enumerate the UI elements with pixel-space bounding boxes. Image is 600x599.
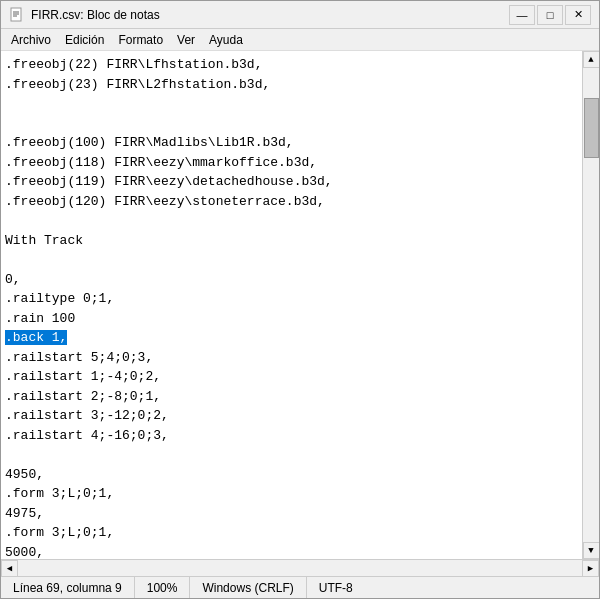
- editor-line: .form 3;L;0;1,: [5, 523, 578, 543]
- editor-line: .back 1,: [5, 328, 578, 348]
- cursor-position: Línea 69, columna 9: [1, 577, 135, 598]
- close-button[interactable]: ✕: [565, 5, 591, 25]
- editor-line: .railstart 2;-8;0;1,: [5, 387, 578, 407]
- editor-line: .railstart 3;-12;0;2,: [5, 406, 578, 426]
- status-bar: Línea 69, columna 9 100% Windows (CRLF) …: [1, 576, 599, 598]
- editor-line: .railtype 0;1,: [5, 289, 578, 309]
- editor-line: [5, 94, 578, 114]
- scroll-thumb[interactable]: [584, 98, 599, 158]
- editor-line: .freeobj(22) FIRR\Lfhstation.b3d,: [5, 55, 578, 75]
- notepad-window: FIRR.csv: Bloc de notas — □ ✕ Archivo Ed…: [0, 0, 600, 599]
- maximize-button[interactable]: □: [537, 5, 563, 25]
- editor-line: .freeobj(118) FIRR\eezy\mmarkoffice.b3d,: [5, 153, 578, 173]
- editor-line: 4975,: [5, 504, 578, 524]
- window-controls: — □ ✕: [509, 5, 591, 25]
- editor-line: [5, 445, 578, 465]
- menu-formato[interactable]: Formato: [112, 31, 169, 49]
- scroll-right-arrow[interactable]: ▶: [582, 560, 599, 577]
- scroll-down-arrow[interactable]: ▼: [583, 542, 600, 559]
- scroll-up-arrow[interactable]: ▲: [583, 51, 600, 68]
- line-ending: Windows (CRLF): [190, 577, 306, 598]
- title-bar: FIRR.csv: Bloc de notas — □ ✕: [1, 1, 599, 29]
- highlighted-text: .back 1,: [5, 330, 67, 345]
- content-area: .freeobj(22) FIRR\Lfhstation.b3d,.freeob…: [1, 51, 599, 559]
- zoom-level: 100%: [135, 577, 191, 598]
- editor-line: .form 3;L;0;1,: [5, 484, 578, 504]
- menu-edicion[interactable]: Edición: [59, 31, 110, 49]
- editor-line: With Track: [5, 231, 578, 251]
- horizontal-scrollbar[interactable]: ◀ ▶: [1, 559, 599, 576]
- editor-line: [5, 211, 578, 231]
- editor-line: 5000,: [5, 543, 578, 560]
- editor-line: .freeobj(119) FIRR\eezy\detachedhouse.b3…: [5, 172, 578, 192]
- scroll-left-arrow[interactable]: ◀: [1, 560, 18, 577]
- editor-line: .freeobj(23) FIRR\L2fhstation.b3d,: [5, 75, 578, 95]
- menu-ayuda[interactable]: Ayuda: [203, 31, 249, 49]
- vertical-scrollbar[interactable]: ▲ ▼: [582, 51, 599, 559]
- text-editor[interactable]: .freeobj(22) FIRR\Lfhstation.b3d,.freeob…: [1, 51, 582, 559]
- window-title: FIRR.csv: Bloc de notas: [31, 8, 160, 22]
- editor-line: 4950,: [5, 465, 578, 485]
- editor-line: 0,: [5, 270, 578, 290]
- editor-line: [5, 114, 578, 134]
- h-scroll-track: [18, 560, 582, 577]
- editor-line: .railstart 1;-4;0;2,: [5, 367, 578, 387]
- editor-line: [5, 250, 578, 270]
- minimize-button[interactable]: —: [509, 5, 535, 25]
- title-bar-left: FIRR.csv: Bloc de notas: [9, 7, 160, 23]
- menu-ver[interactable]: Ver: [171, 31, 201, 49]
- app-icon: [9, 7, 25, 23]
- menu-bar: Archivo Edición Formato Ver Ayuda: [1, 29, 599, 51]
- encoding: UTF-8: [307, 577, 365, 598]
- menu-archivo[interactable]: Archivo: [5, 31, 57, 49]
- editor-line: .railstart 5;4;0;3,: [5, 348, 578, 368]
- editor-line: .rain 100: [5, 309, 578, 329]
- editor-line: .freeobj(120) FIRR\eezy\stoneterrace.b3d…: [5, 192, 578, 212]
- editor-line: .railstart 4;-16;0;3,: [5, 426, 578, 446]
- editor-line: .freeobj(100) FIRR\Madlibs\Lib1R.b3d,: [5, 133, 578, 153]
